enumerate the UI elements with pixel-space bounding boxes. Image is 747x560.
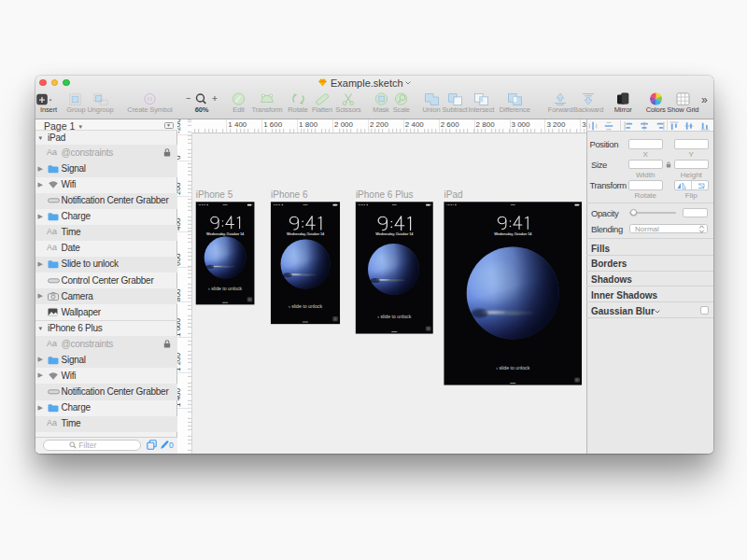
svg-text:iPhone 6 Plus: iPhone 6 Plus xyxy=(356,189,414,200)
svg-text:iPad: iPad xyxy=(444,189,463,200)
svg-text:Wednesday, October 14: Wednesday, October 14 xyxy=(494,231,532,236)
svg-text:Wednesday, October 14: Wednesday, October 14 xyxy=(287,231,325,236)
svg-text:Wednesday, October 14: Wednesday, October 14 xyxy=(375,231,414,236)
svg-text:iPhone 5: iPhone 5 xyxy=(196,189,233,200)
svg-text:› slide to unlock: › slide to unlock xyxy=(208,286,242,291)
svg-text:› slide to unlock: › slide to unlock xyxy=(496,365,529,371)
svg-text:› slide to unlock: › slide to unlock xyxy=(289,303,322,309)
svg-text:iPhone 6: iPhone 6 xyxy=(271,189,308,200)
svg-text:Wednesday, October 14: Wednesday, October 14 xyxy=(206,231,245,236)
svg-text:› slide to unlock: › slide to unlock xyxy=(377,314,411,319)
